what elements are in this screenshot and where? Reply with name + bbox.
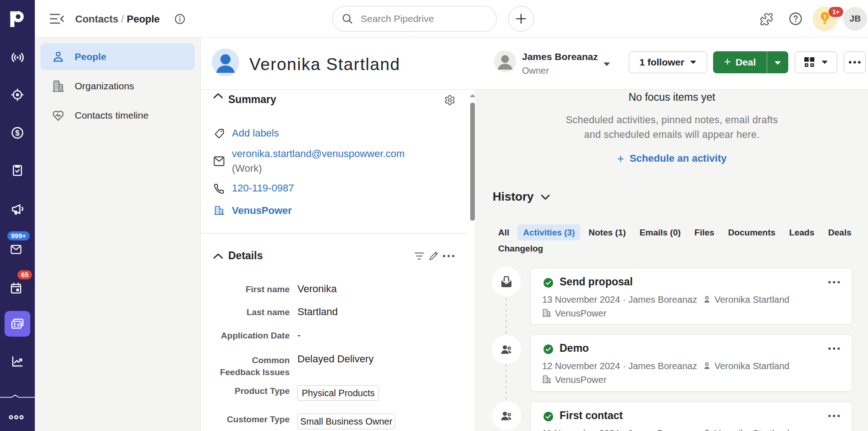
svg-text:$: $ [15,129,20,137]
